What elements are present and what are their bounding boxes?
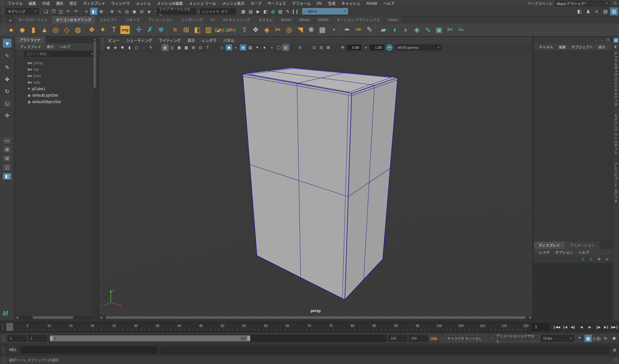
xray-active-icon[interactable]: ⊠ xyxy=(325,44,332,51)
menu-item[interactable]: ヘルプ xyxy=(380,1,397,6)
chevron-down-icon[interactable]: ▽ xyxy=(490,337,492,340)
uv-planar-icon[interactable]: ▰ xyxy=(378,24,389,36)
panel-menu-item[interactable]: シェーディング xyxy=(123,38,155,43)
menu-item[interactable]: デフォーム xyxy=(289,1,314,6)
mirror-icon[interactable]: ◧ xyxy=(192,24,203,36)
lattice-icon[interactable]: ▦ xyxy=(317,24,328,36)
layout-outliner-persp[interactable]: ◧ xyxy=(3,173,11,179)
save-scene-icon[interactable]: ◫ xyxy=(57,8,65,15)
shelf-tab[interactable]: Bifrost xyxy=(295,17,314,23)
channel-list-area[interactable] xyxy=(534,50,613,242)
exposure-icon[interactable]: ✣ xyxy=(339,44,346,51)
key-icon[interactable]: ▪ xyxy=(600,38,604,42)
step-back-frame-button[interactable]: ◀❙ xyxy=(569,323,577,331)
paint-select-tool[interactable]: ✎ xyxy=(3,63,11,72)
layer-list-area[interactable] xyxy=(534,263,613,320)
poly-cone-icon[interactable]: ▲ xyxy=(39,24,50,36)
image-plane-icon[interactable]: ▢ xyxy=(133,44,140,51)
workspace-lock-icon[interactable]: ⚿ xyxy=(612,1,618,6)
bookmark-icon[interactable]: ▮ xyxy=(126,44,133,51)
pin-icon[interactable]: ▪ xyxy=(594,38,598,42)
select-component-icon[interactable]: ⊞ xyxy=(98,8,105,15)
layout-four-pane[interactable]: ⊞ xyxy=(3,146,11,153)
view-transform-dropdown[interactable]: sRGB gamma▼ xyxy=(395,44,442,50)
multisample-icon[interactable]: ▧ xyxy=(282,44,289,51)
vertical-tab[interactable]: アトリビュート エディタ xyxy=(614,163,618,203)
scale-tool[interactable]: ◱ xyxy=(3,99,11,108)
scroll-left-arrow-icon[interactable]: ◀ xyxy=(15,316,19,319)
smooth-preview-icon[interactable]: ❖ xyxy=(250,24,261,36)
bevel-icon[interactable]: ◈ xyxy=(261,24,272,36)
camera-select-icon[interactable]: ◉ xyxy=(105,44,111,51)
camera-lock-icon[interactable]: ◈ xyxy=(112,44,119,51)
layer-move-up-icon[interactable]: ↥ xyxy=(580,256,586,262)
viewport-canvas[interactable]: y x z persp xyxy=(99,52,532,316)
boolean-difference-icon[interactable]: ⊞↻ xyxy=(225,24,236,36)
scrollbar-thumb[interactable] xyxy=(33,316,73,319)
go-to-end-button[interactable]: ▶▶❙ xyxy=(611,323,618,331)
shelf-tab[interactable]: XGen xyxy=(384,17,402,23)
construction-plane-icon[interactable]: ✛ xyxy=(133,24,144,36)
layout-persp-outliner[interactable]: ⊞ xyxy=(3,155,11,161)
camera-attrs-icon[interactable]: ✱ xyxy=(119,44,126,51)
motion-blur-icon[interactable]: ◯ xyxy=(275,44,282,51)
select-hierarchy-icon[interactable]: ≡ xyxy=(83,8,90,15)
fps-dropdown[interactable]: 24 fps▼ xyxy=(541,335,574,342)
shelf-sep[interactable] xyxy=(236,25,239,35)
step-forward-frame-button[interactable]: ❙▶ xyxy=(594,323,602,331)
uv-cut-icon[interactable]: ✂ xyxy=(445,24,456,36)
sweep-mesh-icon[interactable]: ✦ xyxy=(97,24,108,36)
new-scene-icon[interactable]: ❏ xyxy=(42,8,50,15)
toolbar-sep[interactable] xyxy=(290,44,296,51)
wireframe-on-shaded-icon[interactable]: ◈ xyxy=(240,44,246,51)
snap-point-icon[interactable]: ◎ xyxy=(123,8,131,15)
menu-item[interactable]: ウィンドウ xyxy=(108,1,133,6)
vstrip-toolkit-icon[interactable]: ◧ xyxy=(613,44,618,49)
pan-zoom-icon[interactable]: ◌ xyxy=(140,44,147,51)
menu-item[interactable]: 選択 xyxy=(53,1,66,6)
render-view-icon[interactable]: ▦ xyxy=(240,8,247,15)
layer-editor-menu-item[interactable]: オプション xyxy=(552,250,576,255)
panel-menu-item[interactable]: ビュー xyxy=(105,38,123,43)
layer-editor-menu-item[interactable]: レイヤ xyxy=(536,250,552,255)
use-default-material-icon[interactable]: ▨ xyxy=(247,44,253,51)
pencil-curve-icon[interactable]: ✎ xyxy=(364,24,375,36)
sculpt-icon[interactable]: ◔ xyxy=(328,24,339,36)
go-to-start-button[interactable]: ❙◀◀ xyxy=(553,323,560,331)
platonic-solid-icon[interactable]: ❖ xyxy=(86,24,97,36)
search-input[interactable]: ◌ ktbt-k ▼ xyxy=(302,8,348,15)
toolbar-sep[interactable] xyxy=(332,44,339,51)
move-tool[interactable]: ✥ xyxy=(3,75,11,84)
color-management-toggle[interactable]: ON xyxy=(386,44,392,51)
menu-item[interactable]: Arnold xyxy=(363,1,380,6)
outliner-item-top[interactable]: ◼◀top xyxy=(15,66,97,73)
tool-settings-toggle-icon[interactable]: ▤ xyxy=(601,7,609,15)
last-tool[interactable]: ✣ xyxy=(3,111,11,120)
live-surface-field[interactable]: ライブ サーフェスなし xyxy=(157,8,196,15)
menu-item[interactable]: サーフェス xyxy=(265,1,289,6)
outliner-vscrollbar[interactable]: ▲ xyxy=(93,37,97,319)
snap-view-plane-icon[interactable]: ⊟ xyxy=(138,8,145,15)
vstrip-channelbox-icon[interactable]: ▥ xyxy=(613,38,618,43)
channel-box-menu-item[interactable]: チャネル xyxy=(536,44,556,49)
command-input[interactable] xyxy=(20,346,158,354)
panel-menu-item[interactable]: レンダラ xyxy=(198,38,220,43)
menu-item[interactable]: ファイル xyxy=(5,1,26,6)
playback-end-field[interactable]: 120 xyxy=(388,335,407,342)
lasso-tool[interactable]: ∿ xyxy=(3,51,11,60)
outliner-item-side[interactable]: ◼◀side xyxy=(15,79,97,86)
grease-pencil-icon[interactable]: ✎ xyxy=(148,44,154,51)
hypershade-icon[interactable]: ▨ xyxy=(277,8,284,15)
shelf-grip[interactable] xyxy=(3,17,5,23)
layer-move-down-icon[interactable]: ↧ xyxy=(588,256,594,262)
menu-item[interactable]: ディスプレイ xyxy=(80,1,108,6)
delete-history-icon[interactable]: ✗ xyxy=(144,24,156,36)
poly-torus-icon[interactable]: ◎ xyxy=(50,24,61,36)
field-chart-icon[interactable]: ⊞ xyxy=(190,44,197,51)
snap-curve-icon[interactable]: ∿ xyxy=(116,8,123,15)
shelf-sep[interactable] xyxy=(339,25,342,35)
panel-menu-item[interactable]: ライティング xyxy=(155,38,184,43)
shelf-tab[interactable]: カスタム xyxy=(254,16,277,23)
menu-item[interactable]: キャッシュ xyxy=(339,1,363,6)
outliner-item-persp[interactable]: ◼◀persp xyxy=(15,60,97,66)
